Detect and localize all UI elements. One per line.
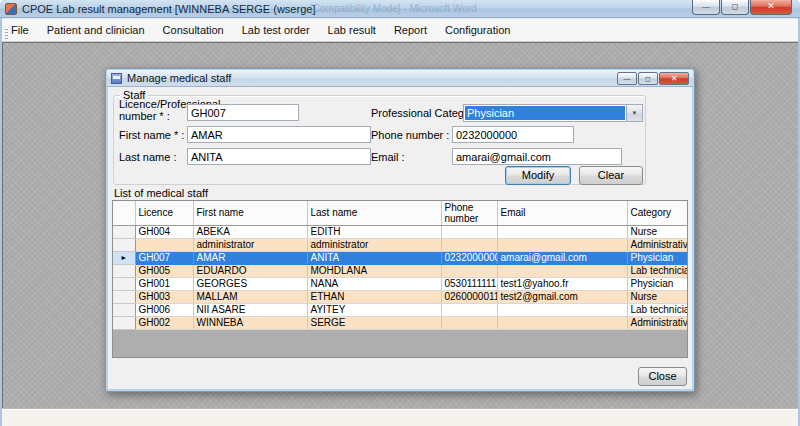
menu-item-patient-and-clinician[interactable]: Patient and clinician bbox=[38, 20, 154, 40]
grid-cell[interactable]: NII ASARE bbox=[193, 303, 307, 316]
grid-cell[interactable] bbox=[441, 316, 497, 329]
close-icon[interactable]: ✕ bbox=[750, 0, 792, 15]
grid-column-header[interactable]: Email bbox=[497, 201, 627, 225]
dialog-maximize-icon[interactable]: ◻ bbox=[638, 72, 658, 85]
grid-cell[interactable]: 0260000011 bbox=[441, 290, 497, 303]
grid-column-header[interactable]: First name bbox=[193, 201, 307, 225]
grid-cell[interactable]: NANA bbox=[307, 277, 441, 290]
maximize-icon[interactable]: ◻ bbox=[721, 0, 749, 15]
first-name-input[interactable] bbox=[187, 126, 371, 143]
grid-cell[interactable]: ABEKA bbox=[193, 225, 307, 238]
grid-cell[interactable]: GH004 bbox=[135, 225, 193, 238]
grid-cell[interactable]: Administrative bbox=[627, 238, 687, 251]
grid-cell[interactable] bbox=[135, 238, 193, 251]
table-row[interactable]: administratoradministratorAdministrative bbox=[113, 238, 687, 251]
grid-cell[interactable]: MALLAM bbox=[193, 290, 307, 303]
grid-cell[interactable]: administrator bbox=[193, 238, 307, 251]
grid-corner-cell[interactable] bbox=[113, 201, 135, 225]
grid-cell[interactable] bbox=[441, 225, 497, 238]
grid-cell[interactable]: Lab technician bbox=[627, 303, 687, 316]
category-combobox[interactable]: Physician ▼ bbox=[463, 104, 643, 122]
grid-column-header[interactable]: Category bbox=[627, 201, 687, 225]
medical-staff-grid[interactable]: LicenceFirst nameLast namePhone numberEm… bbox=[112, 200, 688, 358]
grid-cell[interactable]: AYITEY bbox=[307, 303, 441, 316]
grid-column-header[interactable]: Phone number bbox=[441, 201, 497, 225]
grid-cell[interactable] bbox=[497, 303, 627, 316]
dialog-client-area: Staff Licence/Professional number * : Pr… bbox=[108, 87, 692, 389]
dialog-titlebar[interactable]: Manage medical staff — ◻ ✕ bbox=[107, 70, 693, 87]
grid-cell[interactable] bbox=[441, 303, 497, 316]
phone-label: Phone number : bbox=[371, 129, 449, 141]
table-row[interactable]: GH005EDUARDOMOHDLANALab technician bbox=[113, 264, 687, 277]
close-button[interactable]: Close bbox=[638, 367, 687, 386]
grid-column-header[interactable]: Licence bbox=[135, 201, 193, 225]
grid-column-header[interactable]: Last name bbox=[307, 201, 441, 225]
grid-row-header[interactable] bbox=[113, 277, 135, 290]
grid-cell[interactable]: GH006 bbox=[135, 303, 193, 316]
table-row[interactable]: ►GH007AMARANITA0232000000amarai@gmail.co… bbox=[113, 251, 687, 264]
grid-cell[interactable]: 0232000000 bbox=[441, 251, 497, 264]
grid-row-header[interactable]: ► bbox=[113, 251, 135, 264]
grid-cell[interactable]: Lab technician bbox=[627, 264, 687, 277]
grid-cell[interactable] bbox=[497, 264, 627, 277]
grid-row-header[interactable] bbox=[113, 225, 135, 238]
grid-cell[interactable]: Administrative bbox=[627, 316, 687, 329]
menu-item-consultation[interactable]: Consultation bbox=[154, 20, 233, 40]
grid-cell[interactable] bbox=[497, 238, 627, 251]
menu-item-lab-test-order[interactable]: Lab test order bbox=[233, 20, 319, 40]
combo-dropdown-button[interactable]: ▼ bbox=[626, 105, 642, 121]
grid-row-header[interactable] bbox=[113, 264, 135, 277]
grid-cell[interactable]: Physician bbox=[627, 277, 687, 290]
grid-row-header[interactable] bbox=[113, 316, 135, 329]
grid-cell[interactable]: ETHAN bbox=[307, 290, 441, 303]
grid-cell[interactable]: Nurse bbox=[627, 290, 687, 303]
grid-cell[interactable]: ANITA bbox=[307, 251, 441, 264]
grid-cell[interactable]: test2@gmail.com bbox=[497, 290, 627, 303]
grid-cell[interactable]: WINNEBA bbox=[193, 316, 307, 329]
grid-cell[interactable]: GH007 bbox=[135, 251, 193, 264]
grid-cell[interactable]: test1@yahoo.fr bbox=[497, 277, 627, 290]
grid-cell[interactable] bbox=[497, 225, 627, 238]
grid-row-header[interactable] bbox=[113, 303, 135, 316]
grid-cell[interactable]: GH002 bbox=[135, 316, 193, 329]
grid-cell[interactable]: GEORGES bbox=[193, 277, 307, 290]
grid-cell[interactable]: MOHDLANA bbox=[307, 264, 441, 277]
grid-cell[interactable]: GH003 bbox=[135, 290, 193, 303]
minimize-icon[interactable]: — bbox=[692, 0, 720, 15]
grid-cell[interactable]: AMAR bbox=[193, 251, 307, 264]
grid-row-header[interactable] bbox=[113, 238, 135, 251]
licence-input[interactable] bbox=[187, 104, 299, 121]
grid-cell[interactable]: 0530111111 bbox=[441, 277, 497, 290]
menu-item-lab-result[interactable]: Lab result bbox=[319, 20, 385, 40]
grid-cell[interactable] bbox=[497, 316, 627, 329]
grid-cell[interactable]: EDITH bbox=[307, 225, 441, 238]
grid-row-header[interactable] bbox=[113, 290, 135, 303]
grid-cell[interactable]: Nurse bbox=[627, 225, 687, 238]
dialog-close-icon[interactable]: ✕ bbox=[659, 72, 689, 85]
menu-item-configuration[interactable]: Configuration bbox=[436, 20, 519, 40]
grid-cell[interactable]: Physician bbox=[627, 251, 687, 264]
grid-cell[interactable]: amarai@gmail.com bbox=[497, 251, 627, 264]
last-name-input[interactable] bbox=[187, 148, 371, 165]
table-row[interactable]: GH003MALLAMETHAN0260000011test2@gmail.co… bbox=[113, 290, 687, 303]
dialog-title: Manage medical staff bbox=[127, 72, 231, 84]
table-row[interactable]: GH001GEORGESNANA0530111111test1@yahoo.fr… bbox=[113, 277, 687, 290]
form-icon bbox=[111, 73, 122, 84]
table-row[interactable]: GH006NII ASAREAYITEYLab technician bbox=[113, 303, 687, 316]
grid-cell[interactable]: EDUARDO bbox=[193, 264, 307, 277]
email-input[interactable] bbox=[452, 148, 622, 165]
grid-cell[interactable] bbox=[441, 238, 497, 251]
modify-button[interactable]: Modify bbox=[505, 166, 571, 185]
clear-button[interactable]: Clear bbox=[579, 166, 643, 185]
dialog-minimize-icon[interactable]: — bbox=[617, 72, 637, 85]
table-row[interactable]: GH004ABEKAEDITHNurse bbox=[113, 225, 687, 238]
table-row[interactable]: GH002WINNEBASERGEAdministrative bbox=[113, 316, 687, 329]
grid-cell[interactable]: GH005 bbox=[135, 264, 193, 277]
window-title: CPOE Lab result management [WINNEBA SERG… bbox=[22, 3, 315, 15]
grid-cell[interactable] bbox=[441, 264, 497, 277]
grid-cell[interactable]: administrator bbox=[307, 238, 441, 251]
menu-item-report[interactable]: Report bbox=[385, 20, 436, 40]
grid-cell[interactable]: SERGE bbox=[307, 316, 441, 329]
phone-input[interactable] bbox=[452, 126, 574, 143]
grid-cell[interactable]: GH001 bbox=[135, 277, 193, 290]
